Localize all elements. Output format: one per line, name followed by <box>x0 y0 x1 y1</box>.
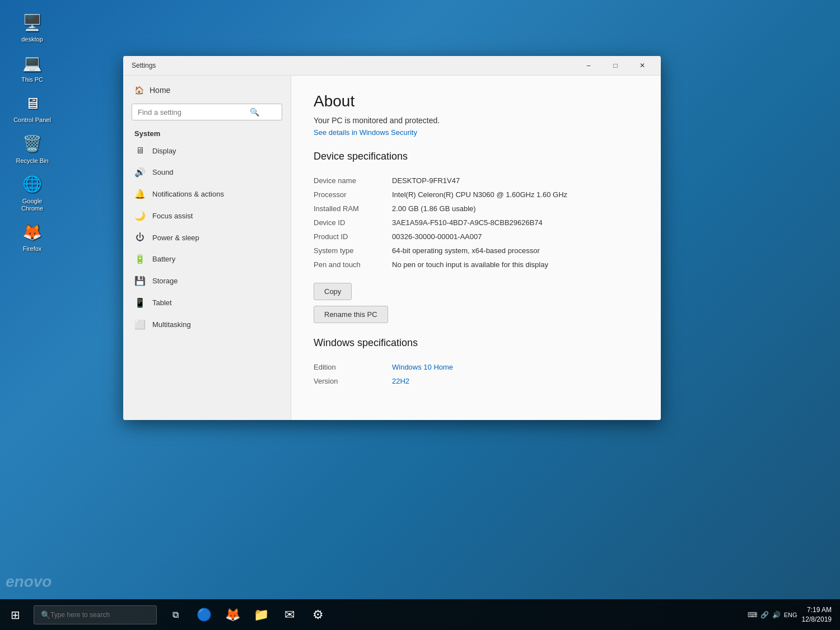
network-icon: 🔗 <box>760 611 769 619</box>
spec-label-version: Version <box>314 377 392 385</box>
control-panel-label: Control Panel <box>13 116 51 124</box>
sidebar-item-multitasking[interactable]: ⬜ Multitasking <box>123 314 291 335</box>
minimize-button[interactable]: – <box>576 57 601 74</box>
lenovo-brand: enovo <box>6 573 52 591</box>
spec-value-system-type: 64-bit operating system, x64-based proce… <box>392 246 638 255</box>
spec-value-device-name: DESKTOP-9FR1V47 <box>392 176 638 185</box>
spec-value-processor: Intel(R) Celeron(R) CPU N3060 @ 1.60GHz … <box>392 190 638 199</box>
taskbar-search-input[interactable] <box>50 611 140 619</box>
spec-value-pen-touch: No pen or touch input is available for t… <box>392 260 638 269</box>
security-link[interactable]: See details in Windows Security <box>314 128 638 137</box>
volume-icon: 🔊 <box>772 611 781 619</box>
taskbar-system-icons: ⌨ 🔗 🔊 ENG <box>748 611 797 619</box>
home-icon: 🏠 <box>134 86 144 95</box>
taskbar-search-box[interactable]: 🔍 <box>34 605 157 624</box>
taskbar: ⊞ 🔍 ⧉ 🔵 🦊 📁 ✉ ⚙ ⌨ 🔗 🔊 ENG 7:19 AM 12/8/2… <box>0 599 840 630</box>
spec-table: Device name DESKTOP-9FR1V47 Processor In… <box>314 174 638 272</box>
spec-row-system-type: System type 64-bit operating system, x64… <box>314 244 638 258</box>
spec-row-edition: Edition Windows 10 Home <box>314 360 638 374</box>
sidebar-item-battery[interactable]: 🔋 Battery <box>123 248 291 270</box>
firefox-taskbar-button[interactable]: 🦊 <box>220 602 245 628</box>
recycle-bin-icon[interactable]: 🗑️ Recycle Bin <box>11 133 53 165</box>
rename-pc-button[interactable]: Rename this PC <box>314 306 388 323</box>
google-chrome-icon-img: 🌐 <box>21 173 44 195</box>
window-controls: – □ ✕ <box>576 57 655 74</box>
control-panel-icon-img: 🖥 <box>21 92 44 114</box>
storage-icon: 💾 <box>134 276 146 286</box>
keyboard-icon: ⌨ <box>748 611 757 619</box>
recycle-bin-label: Recycle Bin <box>16 157 48 165</box>
tablet-icon: 📱 <box>134 297 146 308</box>
copy-button[interactable]: Copy <box>314 283 352 300</box>
power-sleep-label: Power & sleep <box>152 234 199 242</box>
clock-date: 12/8/2019 <box>802 615 832 624</box>
spec-value-version: 22H2 <box>392 377 409 385</box>
spec-row-version: Version 22H2 <box>314 374 638 388</box>
this-pc-label: This PC <box>21 76 43 83</box>
search-box: 🔍 <box>132 104 282 120</box>
protection-text: Your PC is monitored and protected. <box>314 116 638 125</box>
spec-label-processor: Processor <box>314 190 392 199</box>
this-pc-icon-img: 💻 <box>21 52 44 74</box>
page-title: About <box>314 92 638 110</box>
window-title: Settings <box>132 62 156 69</box>
edge-taskbar-button[interactable]: 🔵 <box>191 602 217 628</box>
sidebar-item-display[interactable]: 🖥 Display <box>123 140 291 161</box>
spec-label-edition: Edition <box>314 363 392 371</box>
sidebar-item-notifications[interactable]: 🔔 Notifications & actions <box>123 183 291 205</box>
spec-value-product-id: 00326-30000-00001-AA007 <box>392 232 638 241</box>
tablet-label: Tablet <box>152 298 172 307</box>
taskbar-search-icon: 🔍 <box>41 610 50 619</box>
lang-label: ENG <box>784 612 797 618</box>
window-body: 🏠 Home 🔍 System 🖥 Display 🔊 Sound <box>123 76 661 420</box>
spec-row-processor: Processor Intel(R) Celeron(R) CPU N3060 … <box>314 188 638 202</box>
sidebar-item-power-sleep[interactable]: ⏻ Power & sleep <box>123 227 291 248</box>
desktop-icon-img: 🖥️ <box>21 11 44 34</box>
desktop-icon[interactable]: 🖥️ desktop <box>11 11 53 43</box>
display-icon: 🖥 <box>134 146 146 156</box>
clock-time: 7:19 AM <box>802 605 832 615</box>
explorer-taskbar-button[interactable]: 📁 <box>248 602 274 628</box>
multitasking-label: Multitasking <box>152 320 191 329</box>
spec-row-ram: Installed RAM 2.00 GB (1.86 GB usable) <box>314 202 638 216</box>
sidebar-item-focus-assist[interactable]: 🌙 Focus assist <box>123 205 291 227</box>
home-label: Home <box>150 86 170 95</box>
sidebar-item-sound[interactable]: 🔊 Sound <box>123 161 291 183</box>
recycle-bin-icon-img: 🗑️ <box>21 133 44 155</box>
spec-label-device-name: Device name <box>314 176 392 185</box>
spec-row-product-id: Product ID 00326-30000-00001-AA007 <box>314 230 638 244</box>
search-icon: 🔍 <box>250 108 259 116</box>
device-specs-title: Device specifications <box>314 151 638 162</box>
spec-label-system-type: System type <box>314 246 392 255</box>
control-panel-icon[interactable]: 🖥 Control Panel <box>11 92 53 124</box>
sidebar-home[interactable]: 🏠 Home <box>123 81 291 99</box>
settings-window: Settings – □ ✕ 🏠 Home 🔍 System <box>123 56 661 420</box>
search-input[interactable] <box>138 108 250 116</box>
focus-assist-icon: 🌙 <box>134 211 146 221</box>
desktop-icons: 🖥️ desktop 💻 This PC 🖥 Control Panel 🗑️ … <box>11 11 53 253</box>
settings-taskbar-button[interactable]: ⚙ <box>305 602 331 628</box>
maximize-button[interactable]: □ <box>603 57 628 74</box>
system-section-label: System <box>123 125 291 140</box>
main-content: About Your PC is monitored and protected… <box>291 76 661 420</box>
task-view-button[interactable]: ⧉ <box>162 602 188 628</box>
spec-label-device-id: Device ID <box>314 218 392 227</box>
spec-row-device-id: Device ID 3AE1A59A-F510-4BD7-A9C5-8CBB29… <box>314 216 638 230</box>
desktop-icon-label: desktop <box>21 36 43 43</box>
sidebar-item-tablet[interactable]: 📱 Tablet <box>123 292 291 314</box>
firefox-desktop-icon[interactable]: 🦊 Firefox <box>11 221 53 253</box>
battery-icon: 🔋 <box>134 254 146 264</box>
spec-row-pen-touch: Pen and touch No pen or touch input is a… <box>314 258 638 272</box>
sidebar-item-storage[interactable]: 💾 Storage <box>123 270 291 292</box>
close-button[interactable]: ✕ <box>629 57 655 74</box>
start-button[interactable]: ⊞ <box>0 599 31 630</box>
spec-value-edition: Windows 10 Home <box>392 363 453 371</box>
spec-value-ram: 2.00 GB (1.86 GB usable) <box>392 204 638 213</box>
storage-label: Storage <box>152 277 178 285</box>
mail-taskbar-button[interactable]: ✉ <box>277 602 302 628</box>
taskbar-right: ⌨ 🔗 🔊 ENG 7:19 AM 12/8/2019 <box>748 599 840 630</box>
google-chrome-label: Google Chrome <box>11 198 53 212</box>
google-chrome-desktop-icon[interactable]: 🌐 Google Chrome <box>11 173 53 212</box>
windows-spec-table: Edition Windows 10 Home Version 22H2 <box>314 360 638 388</box>
this-pc-icon[interactable]: 💻 This PC <box>11 52 53 83</box>
